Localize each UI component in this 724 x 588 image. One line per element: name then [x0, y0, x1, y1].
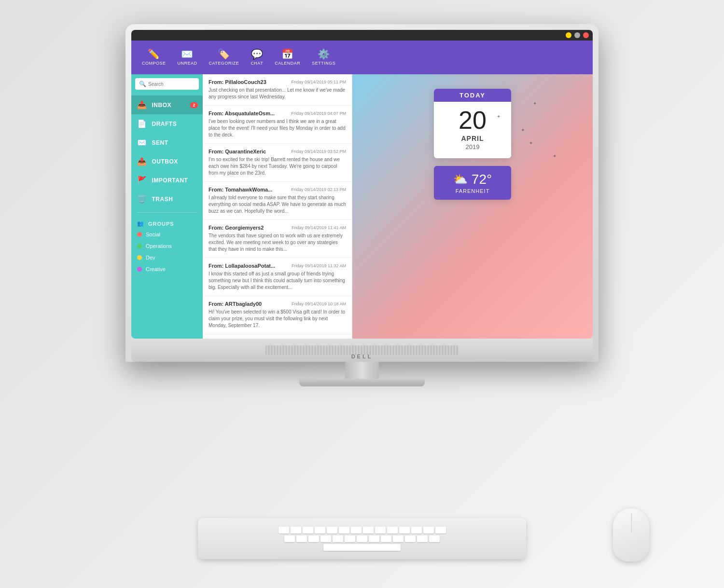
sidebar-item-sent[interactable]: ✉️ SENT — [131, 133, 203, 152]
key[interactable] — [363, 527, 374, 533]
bird-decoration: ✦ — [521, 127, 525, 133]
key[interactable] — [357, 535, 367, 542]
group-operations[interactable]: Operations — [131, 240, 203, 252]
email-preview: Hi! You've been selected to win a $500 V… — [209, 309, 346, 329]
weather-widget: ⛅ 72° FARENHEIT — [434, 166, 511, 200]
key[interactable] — [411, 527, 422, 533]
sidebar: 🔍 📥 INBOX 2 📄 DRAFTS — [131, 74, 203, 339]
key[interactable] — [333, 535, 343, 542]
categorize-button[interactable]: 🏷️ CATEGORIZE — [203, 46, 245, 68]
email-preview: I'm so excited for the ski trip! Barrett… — [209, 156, 346, 177]
search-input[interactable] — [148, 78, 209, 90]
bird-decoration: ✦ — [529, 140, 533, 146]
key[interactable] — [429, 535, 440, 542]
dell-brand-label: DELL — [351, 354, 373, 359]
email-item[interactable]: From: TomahawkWoma... Friday 09/14/2019 … — [203, 182, 352, 220]
key[interactable] — [303, 527, 313, 533]
key[interactable] — [308, 535, 319, 542]
important-icon: 🚩 — [137, 176, 147, 185]
email-item[interactable]: From: QuarantineXeric Friday 09/14/2019 … — [203, 144, 352, 182]
email-preview: I know this started off as just a small … — [209, 271, 346, 291]
dev-dot — [137, 255, 142, 260]
email-from: From: LollapaloosaPotat... — [209, 263, 275, 269]
unread-button[interactable]: ✉️ UNREAD — [172, 46, 203, 68]
compose-icon: ✏️ — [148, 49, 160, 59]
email-item[interactable]: From: LollapaloosaPotat... Friday 09/14/… — [203, 258, 352, 296]
key[interactable] — [417, 535, 428, 542]
search-icon: 🔍 — [139, 81, 146, 87]
email-item[interactable]: From: ARTbaglady00 Friday 09/14/2019 10:… — [203, 296, 352, 334]
sidebar-item-trash[interactable]: 🗑️ TRASH — [131, 190, 203, 208]
sidebar-item-important[interactable]: 🚩 IMPORTANT — [131, 171, 203, 190]
group-social[interactable]: Social — [131, 229, 203, 240]
key[interactable] — [320, 535, 331, 542]
key[interactable] — [345, 535, 355, 542]
creative-dot — [137, 267, 142, 272]
title-bar — [131, 30, 593, 41]
key[interactable] — [296, 535, 307, 542]
bird-decoration: ✦ — [497, 114, 501, 119]
sidebar-divider — [137, 212, 197, 213]
calendar-day: 20 — [438, 108, 507, 133]
email-from: From: QuarantineXeric — [209, 149, 266, 154]
maximize-button[interactable] — [574, 32, 580, 38]
key[interactable] — [387, 527, 398, 533]
monitor-bottom-bar: DELL — [131, 339, 593, 362]
operations-dot — [137, 244, 142, 248]
calendar-year: 2019 — [438, 143, 507, 156]
weather-unit: FARENHEIT — [456, 188, 490, 194]
key[interactable] — [369, 535, 379, 542]
key[interactable] — [339, 527, 349, 533]
email-date: Friday 09/14/2019 10:18 AM — [292, 301, 346, 306]
email-from: From: Georgiemyers2 — [209, 225, 264, 231]
weather-temperature: 72° — [472, 172, 492, 187]
email-preview: Just checking on that presentation... Le… — [209, 87, 346, 100]
email-item[interactable]: From: PillalooCouch23 Friday 09/14/2019 … — [203, 74, 352, 106]
categorize-icon: 🏷️ — [218, 49, 230, 59]
chat-icon: 💬 — [251, 49, 264, 59]
email-date: Friday 09/14/2019 11:32 AM — [292, 263, 346, 268]
compose-button[interactable]: ✏️ COMPOSE — [136, 46, 172, 68]
key[interactable] — [423, 527, 434, 533]
sidebar-item-inbox[interactable]: 📥 INBOX 2 — [131, 96, 203, 114]
key[interactable] — [315, 527, 325, 533]
bird-decoration: ✦ — [553, 153, 557, 159]
key[interactable] — [291, 527, 301, 533]
search-bar[interactable]: 🔍 — [135, 78, 199, 90]
key[interactable] — [435, 527, 446, 533]
monitor-stand-neck — [345, 362, 379, 379]
key[interactable] — [393, 535, 404, 542]
email-from: From: TomahawkWoma... — [209, 187, 272, 192]
group-creative[interactable]: Creative — [131, 263, 203, 275]
key[interactable] — [278, 527, 289, 533]
minimize-button[interactable] — [566, 32, 571, 38]
trash-icon: 🗑️ — [137, 194, 147, 204]
sidebar-item-outbox[interactable]: 📤 OUTBOX — [131, 152, 203, 171]
chat-button[interactable]: 💬 CHAT — [245, 46, 269, 68]
key[interactable] — [284, 535, 295, 542]
email-item[interactable]: From: AbsquatulateOsm... Friday 09/14/20… — [203, 106, 352, 144]
sidebar-item-drafts[interactable]: 📄 DRAFTS — [131, 114, 203, 133]
key[interactable] — [405, 535, 416, 542]
groups-label: 👥 GROUPS — [131, 217, 203, 229]
key[interactable] — [351, 527, 362, 533]
spacebar-key[interactable] — [323, 544, 401, 551]
key[interactable] — [399, 527, 410, 533]
weather-icon: ⛅ — [453, 173, 468, 186]
key[interactable] — [381, 535, 391, 542]
close-button[interactable] — [583, 32, 589, 38]
keyboard-row-1 — [278, 527, 446, 533]
email-date: Friday 09/14/2019 03:52 PM — [291, 149, 346, 154]
email-item[interactable]: From: Georgiemyers2 Friday 09/14/2019 11… — [203, 220, 352, 258]
inbox-badge: 2 — [190, 102, 198, 108]
calendar-icon: 📅 — [281, 49, 294, 59]
group-dev[interactable]: Dev — [131, 252, 203, 263]
email-list: From: PillalooCouch23 Friday 09/14/2019 … — [203, 74, 352, 339]
calendar-button[interactable]: 📅 CALENDAR — [269, 46, 306, 68]
email-app: ✏️ COMPOSE ✉️ UNREAD 🏷️ CATEGORIZE 💬 — [131, 30, 593, 339]
key[interactable] — [327, 527, 337, 533]
key[interactable] — [375, 527, 386, 533]
bird-decoration: ✦ — [533, 101, 537, 106]
settings-button[interactable]: ⚙️ SETTINGS — [306, 46, 341, 68]
email-date: Friday 09/14/2019 11:41 AM — [292, 225, 346, 230]
